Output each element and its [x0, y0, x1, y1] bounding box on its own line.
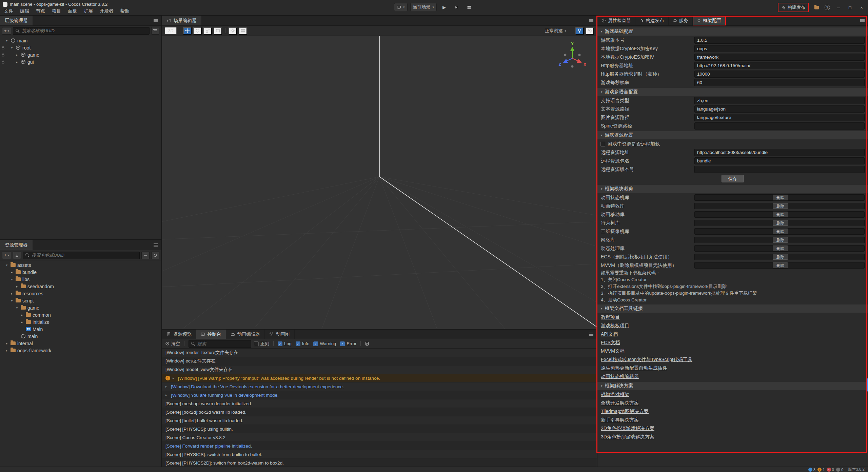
open-project-folder-icon[interactable]	[814, 6, 819, 9]
hierarchy-filter-button[interactable]	[151, 27, 159, 35]
expand-arrow-icon[interactable]: ▸	[20, 320, 24, 324]
orientation-gizmo[interactable]: Y X Z	[556, 41, 589, 74]
scene-panel-tab[interactable]: 场景编辑器	[162, 16, 201, 25]
anchor-pivot-button[interactable]	[229, 27, 237, 35]
help-icon[interactable]: ?	[825, 5, 830, 10]
mode-3d-toggle[interactable]: 3D	[165, 27, 177, 34]
console-search-input[interactable]	[197, 341, 249, 346]
log-filter-checkbox[interactable]: ✓ Error	[340, 341, 356, 346]
solution-link[interactable]: 全栈开发解决方案	[601, 400, 639, 406]
hierarchy-node[interactable]: ▾ root	[0, 44, 161, 51]
tab-services[interactable]: 服务	[669, 16, 693, 25]
menu-item[interactable]: 编辑	[17, 7, 33, 15]
module-delete-button[interactable]: 删除	[773, 229, 788, 234]
lock-icon[interactable]	[1, 60, 5, 65]
solution-link[interactable]: Tiledmap地图解决方案	[601, 409, 649, 415]
doc-link[interactable]: API文档	[601, 331, 618, 337]
assets-refresh-button[interactable]	[151, 252, 159, 259]
menu-item[interactable]: 扩展	[80, 7, 96, 15]
console-message[interactable]: ! ▸ [Window] Download the Vue Devtools e…	[162, 382, 597, 391]
field-input[interactable]	[694, 54, 865, 61]
menu-item[interactable]: 面板	[64, 7, 80, 15]
status-extra-count[interactable]: 0	[836, 468, 843, 472]
module-delete-button[interactable]: 删除	[773, 245, 788, 251]
asset-item[interactable]: TSMain	[0, 326, 161, 333]
console-message[interactable]: ! ▸ [Window] model_view文件夹存在	[162, 366, 597, 374]
module-delete-button[interactable]: 删除	[773, 203, 788, 209]
save-button[interactable]: 保存	[722, 175, 744, 182]
tab-framework-config[interactable]: 框架配置	[693, 16, 726, 25]
asset-item[interactable]: ▸common	[0, 311, 161, 318]
assets-search-input[interactable]	[32, 253, 137, 258]
asset-item[interactable]: ▸oops-framework	[0, 347, 161, 354]
expand-arrow-icon[interactable]: ▸	[5, 349, 9, 352]
assets-filter-button[interactable]	[141, 252, 150, 259]
console-message[interactable]: ! ▸ [Scene] Cocos Creator v3.8.2	[162, 433, 597, 442]
log-filter-checkbox[interactable]: ✓ Log	[278, 341, 292, 346]
console-message[interactable]: ! ▸ [Window] ecs文件夹存在	[162, 357, 597, 366]
snap-settings-button[interactable]	[239, 27, 247, 35]
expand-arrow-icon[interactable]: ▸	[165, 393, 169, 397]
menu-item[interactable]: 文件	[1, 7, 17, 15]
move-tool-button[interactable]	[183, 27, 192, 35]
status-warning-count[interactable]: !1	[817, 468, 825, 472]
rect-tool-button[interactable]	[214, 27, 222, 35]
import-asset-button[interactable]	[13, 252, 21, 259]
minimize-button[interactable]: ─	[835, 5, 842, 10]
module-delete-button[interactable]: 删除	[773, 254, 788, 260]
hierarchy-node[interactable]: ▸ gui	[0, 58, 161, 65]
module-delete-button[interactable]: 删除	[773, 237, 788, 243]
expand-arrow-icon[interactable]: ▸	[15, 60, 19, 64]
field-input[interactable]	[694, 105, 865, 113]
tab-property-inspector[interactable]: 属性检查器	[597, 16, 635, 25]
console-message[interactable]: ! ▸ [Window] You are running Vue in deve…	[162, 391, 597, 399]
assets-search-box[interactable]	[23, 252, 140, 259]
asset-item[interactable]: ▾libs	[0, 276, 161, 283]
view-mode-dropdown[interactable]: 正常浏览 ▾	[542, 27, 569, 34]
lock-icon[interactable]	[1, 53, 5, 58]
doc-link[interactable]: ECS文档	[601, 340, 620, 346]
doc-link[interactable]: 游戏模板项目	[601, 323, 629, 329]
field-input[interactable]	[694, 157, 865, 164]
console-message[interactable]: ! ▸ [Scene] Forward render pipeline init…	[162, 442, 597, 450]
doc-link[interactable]: MVVM文档	[601, 348, 625, 354]
field-input[interactable]	[694, 37, 865, 44]
hierarchy-node[interactable]: ▾ main	[0, 37, 161, 44]
status-info-count[interactable]: 3	[808, 468, 815, 472]
scene-light-toggle[interactable]	[575, 27, 584, 35]
section-header-docs[interactable]: ▾ 框架文档工具链接	[597, 304, 868, 313]
solution-link[interactable]: 新手引导解决方案	[601, 417, 639, 423]
tab-build-publish[interactable]: 构建发布	[635, 16, 669, 25]
section-header-modules[interactable]: ▾ 框架模块裁剪	[597, 185, 868, 193]
expand-arrow-icon[interactable]: ▸	[15, 285, 19, 288]
hierarchy-panel-tab[interactable]: 层级管理器	[0, 16, 33, 25]
solution-link[interactable]: 2D角色扮演游戏解决方案	[601, 426, 654, 432]
doc-link[interactable]: Excel格式转Json文件与TypeScript代码工具	[601, 357, 692, 363]
expand-arrow-icon[interactable]: ▾	[5, 263, 9, 267]
regex-checkbox[interactable]: ✓ 正则	[254, 341, 269, 347]
asset-item[interactable]: ▸initialize	[0, 318, 161, 326]
field-input[interactable]	[694, 71, 865, 78]
expand-arrow-icon[interactable]: ▸	[165, 385, 169, 388]
section-header-resource[interactable]: ▾ 游戏资源配置	[597, 131, 868, 139]
asset-item[interactable]: ▾game	[0, 304, 161, 311]
tab-console[interactable]: 控制台	[196, 330, 226, 339]
field-input[interactable]	[694, 79, 865, 86]
asset-item[interactable]: ▸seedrandom	[0, 283, 161, 290]
asset-item[interactable]: ▸resources	[0, 290, 161, 297]
expand-arrow-icon[interactable]: ▾	[5, 39, 9, 42]
console-message[interactable]: ! ▸ [Scene] [box2d]:box2d wasm lib loade…	[162, 408, 597, 416]
menu-item[interactable]: 帮助	[117, 7, 133, 15]
module-delete-button[interactable]: 删除	[773, 212, 788, 217]
clear-console-button[interactable]: 清空	[165, 341, 180, 347]
asset-item[interactable]: ▾script	[0, 297, 161, 304]
preview-target-dropdown[interactable]: ▾	[394, 3, 408, 11]
asset-item[interactable]: ▾assets	[0, 261, 161, 269]
field-input[interactable]	[694, 114, 865, 121]
field-input[interactable]	[694, 122, 865, 130]
expand-arrow-icon[interactable]: ▸	[20, 313, 24, 317]
console-message[interactable]: ! ▸ [Scene] [PHYSICS]: using builtin.	[162, 425, 597, 433]
scale-tool-button[interactable]	[203, 27, 212, 35]
section-header-basic[interactable]: ▾ 游戏基础配置	[597, 27, 868, 36]
console-message[interactable]: ! ▸ [Window] [Vue warn]: Property "onInp…	[162, 374, 597, 382]
